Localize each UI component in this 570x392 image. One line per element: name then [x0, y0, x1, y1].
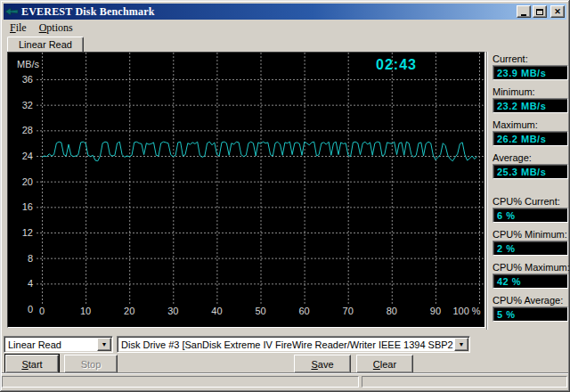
- x-axis-tick: 70: [330, 306, 366, 316]
- chevron-down-icon[interactable]: ▼: [97, 338, 111, 351]
- y-axis-tick: 24: [10, 151, 33, 161]
- clear-button[interactable]: Clear: [356, 355, 413, 373]
- device-select[interactable]: Disk Drive #3 [SanDisk Extreme IV FireWi…: [117, 336, 470, 353]
- stat-maximum: Maximum: 26.2 MB/s: [493, 119, 568, 146]
- benchmark-type-select[interactable]: Linear Read ▼: [4, 336, 113, 353]
- start-button[interactable]: Start: [5, 355, 59, 373]
- stat-cpu-minimum: CPU% Minimum: 2 %: [493, 229, 568, 256]
- stat-value: 23.2 MB/s: [493, 98, 568, 113]
- close-icon: ✕: [554, 8, 561, 16]
- stat-label: Maximum:: [493, 119, 568, 130]
- y-axis-tick: 36: [10, 74, 33, 85]
- benchmark-type-value: Linear Read: [4, 339, 97, 350]
- menu-file[interactable]: File: [4, 20, 33, 36]
- stat-label: CPU% Average:: [493, 295, 568, 306]
- y-axis-tick: 28: [10, 125, 33, 135]
- y-axis-tick: 16: [10, 201, 33, 212]
- elapsed-time: 02:43: [376, 57, 447, 73]
- stat-minimum: Minimum: 23.2 MB/s: [493, 86, 568, 113]
- maximize-icon: [536, 9, 543, 15]
- tab-linear-read[interactable]: Linear Read: [7, 37, 84, 53]
- x-axis-tick: 80: [374, 306, 410, 316]
- x-axis-tick: 60: [287, 306, 322, 316]
- stat-label: Current:: [493, 53, 568, 64]
- device-value: Disk Drive #3 [SanDisk Extreme IV FireWi…: [118, 339, 454, 350]
- x-axis-tick: 50: [243, 306, 279, 316]
- statusbar-groove: [2, 372, 568, 374]
- stat-label: CPU% Current:: [493, 196, 568, 207]
- maximize-button[interactable]: [533, 5, 547, 18]
- x-axis-tick: 30: [155, 306, 191, 316]
- stat-value: 26.2 MB/s: [493, 131, 568, 146]
- x-axis-tick: 0: [24, 306, 60, 316]
- panel-divider: [486, 52, 488, 330]
- chart-canvas: [8, 53, 484, 327]
- x-axis-tick: 40: [199, 306, 234, 316]
- statusbar-pane-right: [362, 376, 567, 388]
- x-axis-tick: 100 %: [449, 306, 484, 316]
- x-axis-tick: 90: [418, 306, 453, 316]
- stat-value: 23.9 MB/s: [493, 65, 568, 80]
- stat-cpu-maximum: CPU% Maximum: 42 %: [493, 262, 568, 289]
- stat-current: Current: 23.9 MB/s: [493, 53, 568, 80]
- read-speed-line: [42, 142, 477, 161]
- x-axis-tick: 20: [111, 306, 147, 316]
- window-title: EVEREST Disk Benchmark: [21, 5, 517, 19]
- save-button[interactable]: Save: [294, 355, 351, 373]
- stat-label: CPU% Minimum:: [493, 229, 568, 240]
- menu-options[interactable]: Options: [33, 20, 79, 36]
- stat-label: CPU% Maximum:: [493, 262, 568, 273]
- stat-label: Minimum:: [493, 86, 568, 97]
- minimize-icon: [521, 14, 526, 16]
- cpu-stats-group: CPU% Current: 6 % CPU% Minimum: 2 % CPU%…: [493, 196, 568, 328]
- speed-stats-group: Current: 23.9 MB/s Minimum: 23.2 MB/s Ma…: [493, 53, 568, 185]
- y-axis-tick: 20: [10, 176, 33, 187]
- app-window: EVEREST Disk Benchmark ✕ File Options Li…: [0, 0, 570, 392]
- chevron-down-icon[interactable]: ▼: [454, 338, 468, 351]
- y-axis-tick: 12: [10, 227, 33, 238]
- y-axis-tick: 32: [10, 100, 33, 110]
- stat-label: Average:: [493, 152, 568, 163]
- benchmark-chart: MB/s 02:43 36322824201612840010203040506…: [7, 52, 485, 328]
- stat-average: Average: 25.3 MB/s: [493, 152, 568, 179]
- x-axis-tick: 10: [68, 306, 103, 316]
- app-icon: [5, 6, 19, 18]
- stat-cpu-current: CPU% Current: 6 %: [493, 196, 568, 223]
- stat-value: 42 %: [493, 274, 568, 289]
- stat-cpu-average: CPU% Average: 5 %: [493, 295, 568, 322]
- stat-value: 25.3 MB/s: [493, 164, 568, 179]
- stat-value: 5 %: [493, 306, 568, 322]
- menubar: File Options: [4, 20, 566, 36]
- stat-value: 2 %: [493, 241, 568, 256]
- minimize-button[interactable]: [517, 5, 531, 18]
- stop-button: Stop: [64, 355, 118, 373]
- statusbar-pane-left: [2, 376, 359, 388]
- titlebar[interactable]: EVEREST Disk Benchmark ✕: [4, 4, 566, 20]
- y-axis-tick: 4: [10, 278, 33, 289]
- stat-value: 6 %: [493, 208, 568, 223]
- y-axis-unit-label: MB/s: [17, 59, 39, 69]
- y-axis-tick: 8: [10, 253, 33, 264]
- close-button[interactable]: ✕: [550, 5, 565, 18]
